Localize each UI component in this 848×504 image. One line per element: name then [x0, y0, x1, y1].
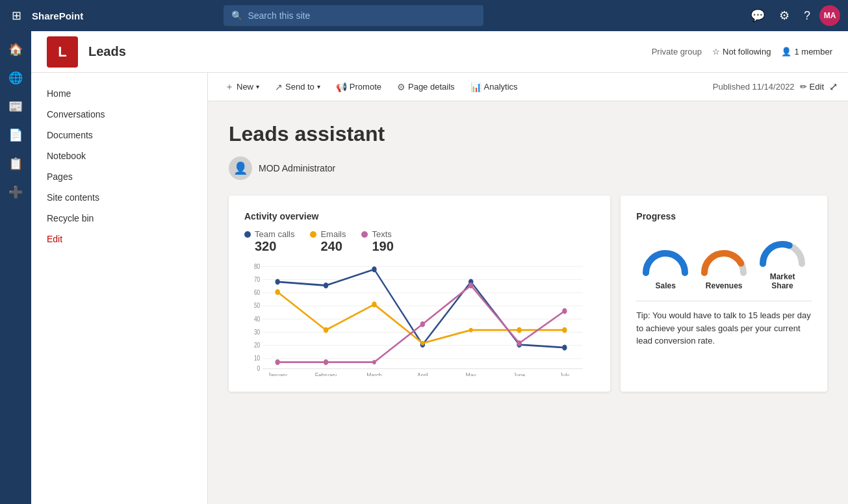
svg-point-42 [420, 321, 425, 327]
left-nav: Home Conversations Documents Notebook Pa… [31, 73, 208, 504]
svg-text:January: January [268, 373, 287, 376]
activity-heading: Activity overview [244, 211, 595, 221]
chart-legend: Team calls 320 Emails 240 [244, 229, 595, 254]
topbar-right: 💬 ⚙ ? MA [745, 5, 840, 26]
nav-item-notebook[interactable]: Notebook [31, 145, 207, 166]
page-details-button[interactable]: ⚙ Page details [391, 78, 461, 96]
nav-item-documents[interactable]: Documents [31, 125, 207, 145]
chat-icon[interactable]: 💬 [745, 6, 770, 25]
nav-item-home[interactable]: Home [31, 83, 207, 104]
svg-text:80: 80 [254, 263, 260, 270]
sidebar-globe-icon[interactable]: 🌐 [3, 65, 29, 91]
nav-item-site-contents[interactable]: Site contents [31, 187, 207, 208]
member-icon: 👤 [781, 47, 791, 57]
send-icon: ↗ [275, 82, 283, 92]
texts-dot [361, 231, 368, 238]
article-area: Leads assistant 👤 MOD Administrator Acti… [208, 101, 848, 504]
member-count: 👤 1 member [781, 47, 832, 57]
svg-text:50: 50 [254, 303, 260, 310]
not-following-button[interactable]: ☆ Not following [712, 47, 771, 57]
nav-item-recycle-bin[interactable]: Recycle bin [31, 208, 207, 229]
gauge-market-share: Market Share [756, 234, 808, 290]
brand-name: SharePoint [32, 10, 83, 21]
svg-text:30: 30 [254, 329, 260, 336]
toolbar-right: Published 11/14/2022 ✏ Edit ⤢ [713, 81, 838, 93]
svg-text:60: 60 [254, 289, 260, 296]
svg-point-25 [275, 279, 279, 284]
svg-point-31 [562, 345, 567, 351]
sidebar-add-icon[interactable]: ➕ [3, 179, 29, 205]
sidebar-home-icon[interactable]: 🏠 [3, 36, 29, 62]
svg-point-32 [275, 289, 279, 295]
star-icon: ☆ [712, 47, 720, 57]
progress-card: Progress S [621, 195, 827, 392]
site-area: L Leads Private group ☆ Not following 👤 … [31, 31, 848, 504]
promote-button[interactable]: 📢 Promote [329, 78, 388, 96]
legend-emails: Emails 240 [310, 229, 346, 254]
content-area: Home Conversations Documents Notebook Pa… [31, 73, 848, 504]
search-input[interactable] [248, 10, 476, 21]
svg-point-38 [562, 327, 567, 333]
plus-icon: ＋ [225, 81, 234, 93]
sidebar-list-icon[interactable]: 📋 [3, 151, 29, 177]
activity-card: Activity overview Team calls 320 [229, 195, 610, 392]
private-group-label: Private group [652, 47, 702, 57]
edit-button[interactable]: ✏ Edit [800, 82, 824, 92]
page-details-icon: ⚙ [397, 82, 405, 92]
legend-texts: Texts 190 [361, 229, 393, 254]
site-logo: L [47, 36, 78, 68]
tip-text: Tip: You would have to talk to 15 leads … [636, 301, 812, 347]
help-icon[interactable]: ? [799, 6, 816, 25]
topbar: ⊞ SharePoint 🔍 💬 ⚙ ? MA [0, 0, 848, 31]
svg-point-44 [517, 340, 521, 346]
svg-text:20: 20 [254, 342, 260, 349]
gauge-row: Sales Revenues [636, 234, 812, 290]
new-button[interactable]: ＋ New ▾ [218, 77, 266, 97]
site-header-right: Private group ☆ Not following 👤 1 member [652, 47, 832, 57]
sidebar-news-icon[interactable]: 📰 [3, 94, 29, 120]
new-chevron-icon: ▾ [256, 83, 259, 90]
article-title: Leads assistant [229, 122, 827, 146]
svg-text:April: April [417, 373, 428, 376]
waffle-icon[interactable]: ⊞ [8, 5, 25, 27]
author-avatar: 👤 [229, 157, 252, 180]
svg-point-45 [562, 308, 567, 314]
edit-pencil-icon: ✏ [800, 82, 807, 92]
icon-sidebar: 🏠 🌐 📰 📄 📋 ➕ [0, 31, 31, 504]
team-calls-dot [244, 231, 251, 238]
sidebar-doc-icon[interactable]: 📄 [3, 122, 29, 148]
svg-point-37 [517, 327, 521, 333]
svg-point-35 [421, 341, 425, 346]
expand-button[interactable]: ⤢ [829, 81, 838, 93]
site-header: L Leads Private group ☆ Not following 👤 … [31, 31, 848, 73]
analytics-button[interactable]: 📊 Analytics [464, 78, 524, 96]
svg-text:May: May [466, 373, 476, 376]
progress-heading: Progress [636, 211, 812, 221]
published-date: Published 11/14/2022 [713, 82, 795, 92]
author-row: 👤 MOD Administrator [229, 157, 827, 180]
search-box: 🔍 [224, 5, 483, 26]
avatar[interactable]: MA [819, 5, 840, 26]
settings-icon[interactable]: ⚙ [774, 6, 795, 25]
activity-chart: 80 70 60 50 40 30 20 10 0 [244, 259, 595, 376]
svg-text:March: March [366, 373, 381, 376]
nav-item-pages[interactable]: Pages [31, 166, 207, 187]
app-layout: 🏠 🌐 📰 📄 📋 ➕ L Leads Private group ☆ Not … [0, 31, 848, 504]
analytics-icon: 📊 [470, 82, 482, 92]
send-to-button[interactable]: ↗ Send to ▾ [268, 78, 327, 96]
svg-text:0: 0 [257, 365, 261, 372]
promote-icon: 📢 [336, 82, 347, 92]
page-toolbar: ＋ New ▾ ↗ Send to ▾ 📢 Promote ⚙ [208, 73, 848, 101]
nav-item-edit[interactable]: Edit [31, 229, 207, 249]
svg-text:10: 10 [254, 355, 260, 362]
svg-point-27 [372, 266, 376, 272]
gauge-revenues: Revenues [698, 244, 750, 290]
emails-dot [310, 231, 316, 238]
svg-text:June: June [513, 373, 525, 376]
svg-point-36 [469, 328, 473, 333]
svg-point-43 [469, 283, 473, 288]
svg-point-41 [372, 360, 376, 364]
nav-item-conversations[interactable]: Conversations [31, 104, 207, 125]
svg-point-40 [324, 359, 328, 365]
svg-point-39 [275, 359, 279, 365]
